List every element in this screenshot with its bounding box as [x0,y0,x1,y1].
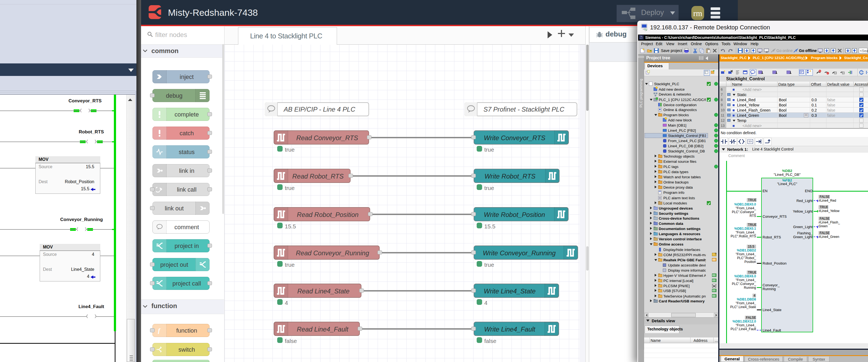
svg-text:f: f [158,327,161,334]
svg-text:??: ?? [748,140,752,143]
svg-text:RT: RT [766,51,769,53]
